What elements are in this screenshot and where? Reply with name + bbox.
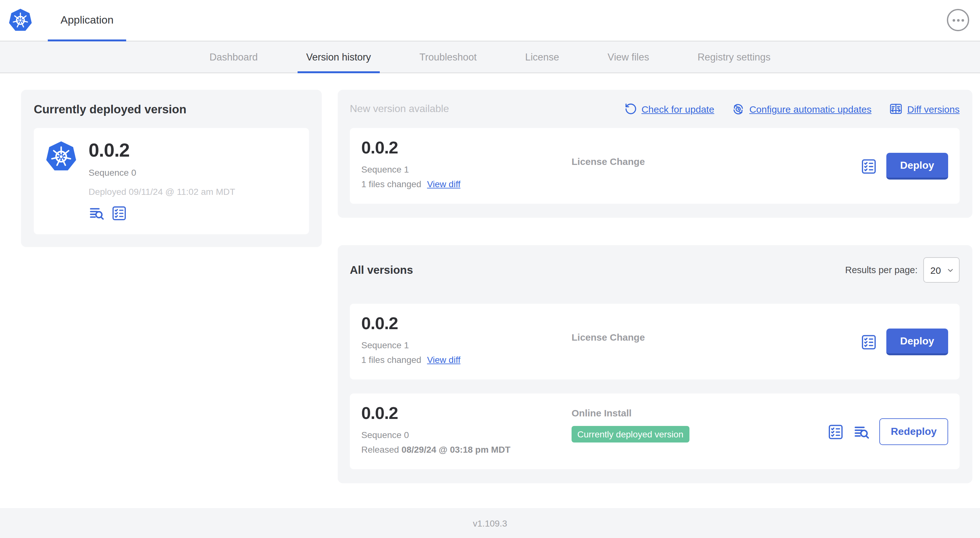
deploy-logs-icon[interactable] (89, 205, 105, 222)
preflight-checklist-icon[interactable] (860, 157, 877, 175)
page-tabs: Dashboard Version history Troubleshoot L… (0, 41, 980, 73)
tab-dashboard[interactable]: Dashboard (200, 41, 267, 73)
deploy-button[interactable]: Deploy (886, 329, 948, 355)
redeploy-button[interactable]: Redeploy (879, 418, 948, 445)
version-number: 0.0.2 (361, 404, 571, 423)
configure-automatic-updates-link[interactable]: Configure automatic updates (732, 102, 872, 116)
files-changed-line: 1 files changed View diff (361, 354, 571, 365)
deployed-timestamp: Deployed 09/11/24 @ 11:02 am MDT (89, 187, 235, 197)
tab-view-files[interactable]: View files (599, 41, 658, 73)
version-sequence: Sequence 1 (361, 340, 571, 350)
version-row: 0.0.2 Sequence 1 1 files changed View di… (350, 304, 959, 379)
update-links: Check for update Configure automatic upd… (624, 102, 959, 116)
view-diff-link[interactable]: View diff (427, 179, 460, 189)
deployed-version-box: 0.0.2 Sequence 0 Deployed 09/11/24 @ 11:… (34, 128, 309, 234)
view-diff-link[interactable]: View diff (427, 354, 460, 365)
split-diff-icon (889, 102, 902, 116)
currently-deployed-title: Currently deployed version (34, 103, 309, 116)
version-source: Online Install Currently deployed versio… (571, 404, 827, 459)
app-header: Application (0, 0, 980, 41)
deployed-actions (89, 205, 235, 222)
version-sequence: Sequence 1 (361, 164, 571, 174)
version-actions: Deploy (860, 329, 948, 355)
preflight-checklist-icon[interactable] (111, 205, 127, 222)
version-number: 0.0.2 (361, 314, 571, 333)
diff-versions-link[interactable]: Diff versions (889, 102, 959, 116)
version-sequence: Sequence 0 (361, 429, 571, 440)
rotate-ccw-icon (624, 103, 637, 115)
deployed-version-number: 0.0.2 (89, 140, 235, 160)
all-versions-section: All versions Results per page: 20 (338, 245, 972, 483)
version-info: 0.0.2 Sequence 1 1 files changed View di… (361, 139, 571, 194)
new-version-section: New version available Check for update (338, 90, 972, 218)
tab-version-history[interactable]: Version history (297, 41, 380, 73)
sync-clock-icon (732, 102, 745, 116)
ellipsis-icon (952, 19, 964, 21)
console-version: v1.109.3 (473, 518, 507, 528)
version-info: 0.0.2 Sequence 0 Released 08/29/24 @ 03:… (361, 404, 571, 459)
released-line: Released 08/29/24 @ 03:18 pm MDT (361, 444, 571, 454)
version-number: 0.0.2 (361, 139, 571, 157)
chevron-down-icon (947, 267, 954, 273)
versions-column: New version available Check for update (338, 90, 972, 483)
version-source: License Change (571, 314, 860, 369)
currently-deployed-card: Currently deployed version (21, 90, 322, 247)
app-tab[interactable]: Application (48, 0, 126, 41)
version-source: License Change (571, 139, 860, 194)
deploy-button[interactable]: Deploy (886, 153, 948, 179)
results-per-page-label: Results per page: (845, 265, 918, 275)
new-version-row: 0.0.2 Sequence 1 1 files changed View di… (350, 128, 959, 204)
files-changed-line: 1 files changed View diff (361, 179, 571, 189)
kubernetes-app-icon (45, 141, 78, 173)
currently-deployed-badge: Currently deployed version (571, 426, 689, 443)
tab-troubleshoot[interactable]: Troubleshoot (410, 41, 485, 73)
admin-console-page: Application Dashboard Version history Tr… (0, 0, 980, 538)
released-date: 08/29/24 @ 03:18 pm MDT (401, 444, 511, 454)
preflight-checklist-icon[interactable] (860, 333, 877, 351)
all-versions-title: All versions (350, 263, 413, 277)
deployed-sequence: Sequence 0 (89, 167, 235, 178)
version-actions: Deploy (860, 153, 948, 179)
tab-registry-settings[interactable]: Registry settings (689, 41, 779, 73)
app-tab-label: Application (60, 14, 113, 27)
deploy-logs-icon[interactable] (853, 423, 870, 440)
check-for-update-link[interactable]: Check for update (624, 103, 714, 115)
overflow-menu-button[interactable] (947, 9, 969, 31)
page-footer: v1.109.3 (0, 508, 980, 538)
preflight-checklist-icon[interactable] (827, 423, 844, 440)
main-content: Currently deployed version (0, 73, 980, 483)
results-per-page: Results per page: 20 (845, 257, 959, 283)
new-version-title: New version available (350, 103, 449, 114)
version-info: 0.0.2 Sequence 1 1 files changed View di… (361, 314, 571, 369)
version-actions: Redeploy (827, 418, 948, 445)
active-tab-underline (48, 40, 126, 41)
version-row: 0.0.2 Sequence 0 Released 08/29/24 @ 03:… (350, 394, 959, 469)
results-per-page-select[interactable]: 20 (923, 257, 959, 283)
kubernetes-logo-icon (8, 8, 32, 32)
tab-license[interactable]: License (516, 41, 568, 73)
deployed-version-info: 0.0.2 Sequence 0 Deployed 09/11/24 @ 11:… (89, 140, 235, 222)
